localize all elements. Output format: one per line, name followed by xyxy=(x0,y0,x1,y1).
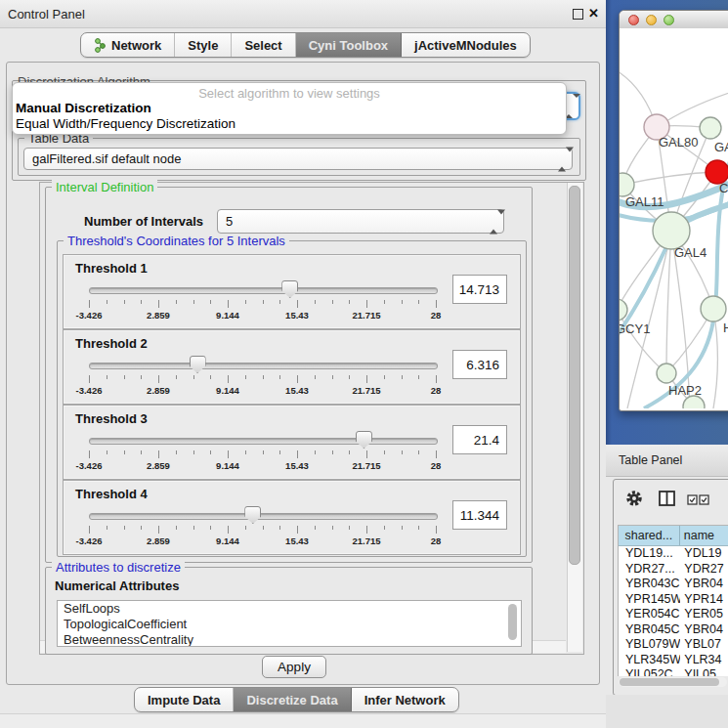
slider-tick-label: -3.426 xyxy=(76,385,103,396)
interval-definition-title: Interval Definition xyxy=(52,180,157,194)
float-window-icon[interactable] xyxy=(573,9,583,20)
slider-tick xyxy=(349,526,350,530)
slider-tick-label: 28 xyxy=(431,385,442,396)
table-row[interactable]: YLR345WYLR34 xyxy=(619,653,728,668)
table-data-combobox[interactable]: galFiltered.sif default node xyxy=(23,148,573,170)
table-row[interactable]: YPR145WYPR14 xyxy=(619,592,728,608)
threshold-value-field[interactable]: 6.316 xyxy=(452,350,507,379)
node-hap2[interactable] xyxy=(657,364,676,383)
table-row[interactable]: YBL079WYBL07 xyxy=(619,637,728,653)
dropdown-option-equal-width[interactable]: Equal Width/Frequency Discretization xyxy=(16,116,236,131)
slider-tick xyxy=(402,300,403,304)
attribute-list-item[interactable]: SelfLoops xyxy=(58,601,521,617)
slider-tick-label: -3.426 xyxy=(76,460,103,471)
slider-tick xyxy=(402,450,403,454)
table-cell: YIL052C xyxy=(619,667,680,676)
tab-cyni-toolbox[interactable]: Cyni Toolbox xyxy=(296,33,402,57)
slider-tick-label: 21.715 xyxy=(352,535,380,546)
tab-style[interactable]: Style xyxy=(175,33,232,57)
node-ga[interactable] xyxy=(700,117,721,139)
network-canvas[interactable]: GAL80GACGAL11GAL4GCY1HHAP2 xyxy=(620,28,728,408)
table-header-row: shared...name xyxy=(619,526,728,546)
table-row[interactable]: YBR043CYBR04 xyxy=(619,577,728,592)
node-gal4[interactable] xyxy=(653,212,690,249)
network-view-window[interactable]: GAL80GACGAL11GAL4GCY1HHAP2 xyxy=(619,10,728,411)
column-header-name[interactable]: name xyxy=(680,526,728,545)
threshold-panel-2: Threshold 2-3.4262.8599.14415.4321.71528… xyxy=(63,329,521,405)
table-row[interactable]: YDL19...YDL19 xyxy=(619,546,728,562)
slider-knob[interactable] xyxy=(190,356,206,373)
minimize-traffic-light-icon[interactable] xyxy=(646,15,657,25)
network-window-titlebar[interactable] xyxy=(620,11,728,29)
table-cell: YDL19... xyxy=(619,546,680,562)
node-gal11[interactable] xyxy=(620,173,634,196)
slider-tick xyxy=(418,300,419,304)
slider-tick xyxy=(158,300,159,308)
numerical-attributes-list[interactable]: SelfLoopsTopologicalCoefficientBetweenne… xyxy=(57,600,522,647)
slider-tick xyxy=(141,450,142,454)
slider-tick xyxy=(245,526,246,530)
column-header-shared-[interactable]: shared... xyxy=(619,526,680,545)
bottom-tab-label: Discretize Data xyxy=(246,693,337,707)
node-h[interactable] xyxy=(701,296,726,321)
slider-tick-label: 21.715 xyxy=(352,460,380,471)
bottom-strip xyxy=(0,713,606,728)
table-row[interactable]: YER054CYER05 xyxy=(619,607,728,622)
slider-knob[interactable] xyxy=(356,431,372,449)
slider-track[interactable] xyxy=(89,438,438,445)
threshold-panel-4: Threshold 4-3.4262.8599.14415.4321.71528… xyxy=(63,480,521,555)
close-traffic-light-icon[interactable] xyxy=(628,15,639,25)
slider-tick-label: 28 xyxy=(431,310,442,321)
table-cell: YPR14 xyxy=(680,592,728,608)
slider-tick-label: 9.144 xyxy=(216,310,239,321)
gear-icon[interactable] xyxy=(625,490,643,507)
slider-track[interactable] xyxy=(89,513,438,520)
slider-knob[interactable] xyxy=(244,506,261,524)
slider-tick xyxy=(158,450,159,458)
table-row[interactable]: YIL052CYIL05 xyxy=(619,667,728,676)
bottom-tab-discretize-data[interactable]: Discretize Data xyxy=(234,688,351,711)
node-attribute-table[interactable]: shared...nameYDL19...YDL19YDR27...YDR27Y… xyxy=(618,525,728,676)
tab-network[interactable]: Network xyxy=(81,33,175,57)
bottom-tab-impute-data[interactable]: Impute Data xyxy=(135,688,234,711)
slider-tick xyxy=(89,375,90,383)
threshold-value-field[interactable]: 14.713 xyxy=(452,275,507,304)
attribute-list-scrollbar-thumb[interactable] xyxy=(508,604,517,640)
node-label: GA xyxy=(714,140,728,154)
right-lower-background xyxy=(606,695,728,728)
table-cell: YDR27 xyxy=(680,562,728,578)
column-view-icon[interactable] xyxy=(659,491,675,506)
table-row[interactable]: YDR27...YDR27 xyxy=(619,562,728,578)
threshold-value-field[interactable]: 11.344 xyxy=(452,500,507,530)
checkbox-columns-icon[interactable] xyxy=(687,494,710,505)
bottom-tab-infer-network[interactable]: Infer Network xyxy=(352,688,458,711)
slider-knob[interactable] xyxy=(281,280,298,298)
thresholds-title: Threshold's Coordinates for 5 Intervals xyxy=(64,234,289,248)
dropdown-option-manual[interactable]: Manual Discretization xyxy=(16,101,151,115)
slider-tick-label: 9.144 xyxy=(216,535,239,546)
zoom-traffic-light-icon[interactable] xyxy=(664,15,674,25)
attributes-title: Attributes to discretize xyxy=(52,560,185,575)
slider-track[interactable] xyxy=(89,287,438,294)
tab-jactivemnodules[interactable]: jActiveMNodules xyxy=(402,33,530,57)
threshold-value-field[interactable]: 21.4 xyxy=(452,425,507,454)
app-root: Control Panel ✕ NetworkStyleSelectCyni T… xyxy=(0,0,728,728)
network-graph: GAL80GACGAL11GAL4GCY1HHAP2 xyxy=(620,28,728,408)
tab-select[interactable]: Select xyxy=(232,33,295,57)
table-cell: YLR34 xyxy=(680,653,728,668)
slider-track[interactable] xyxy=(89,363,438,369)
node-gcy1[interactable] xyxy=(620,299,627,321)
slider-tick xyxy=(279,300,280,304)
slider-tick xyxy=(107,375,107,379)
edge[interactable] xyxy=(622,172,717,185)
attribute-list-item[interactable]: TopologicalCoefficient xyxy=(58,617,521,632)
table-row[interactable]: YBR045CYBR04 xyxy=(619,622,728,638)
number-of-intervals-combobox[interactable]: 5 xyxy=(217,209,504,234)
attribute-list-item[interactable]: BetweennessCentrality xyxy=(58,632,521,647)
table-data-value: galFiltered.sif default node xyxy=(32,151,181,166)
table-hscrollbar-thumb[interactable] xyxy=(620,678,719,686)
vertical-scrollbar-thumb[interactable] xyxy=(569,186,580,565)
apply-button[interactable]: Apply xyxy=(262,656,326,678)
close-icon[interactable]: ✕ xyxy=(588,6,599,21)
slider-tick xyxy=(279,375,280,379)
